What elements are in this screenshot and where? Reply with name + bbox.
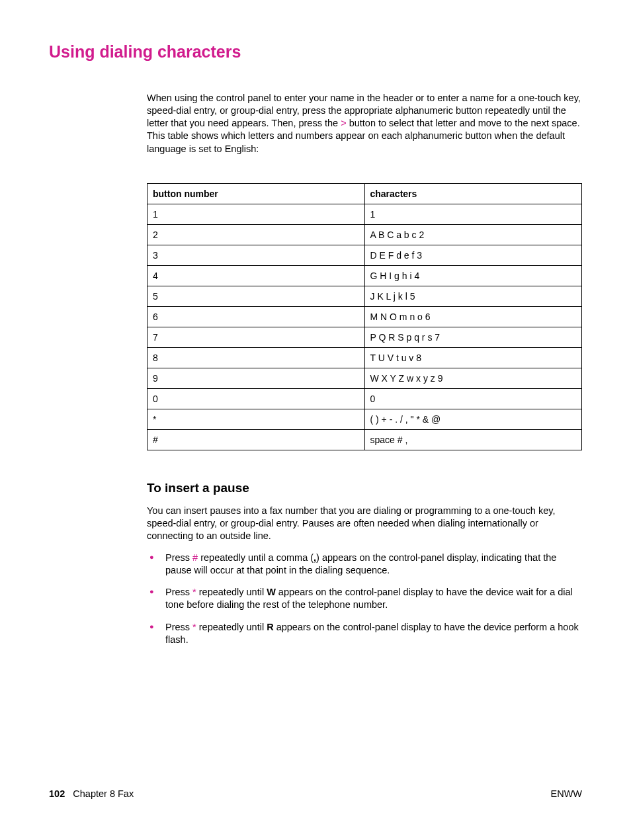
cell-characters: P Q R S p q r s 7 bbox=[364, 327, 582, 347]
cell-characters: 0 bbox=[364, 388, 582, 409]
table-row: *( ) + - . / , " * & @ bbox=[147, 409, 582, 429]
cell-characters: A B C a b c 2 bbox=[364, 224, 582, 245]
bullet-text-pre: Press bbox=[165, 587, 192, 597]
subsection-title: To insert a pause bbox=[147, 481, 582, 495]
cell-characters: ( ) + - . / , " * & @ bbox=[364, 409, 582, 429]
bullet-text-pre: Press bbox=[165, 552, 192, 563]
page-title: Using dialing characters bbox=[49, 42, 582, 62]
table-row: 8T U V t u v 8 bbox=[147, 347, 582, 368]
table-row: #space # , bbox=[147, 429, 582, 450]
table-row: 5J K L j k l 5 bbox=[147, 286, 582, 306]
table-row: 4G H I g h i 4 bbox=[147, 265, 582, 286]
cell-button-number: 4 bbox=[147, 265, 365, 286]
cell-button-number: 2 bbox=[147, 224, 365, 245]
cell-button-number: 3 bbox=[147, 245, 365, 265]
chapter-label: Chapter 8 Fax bbox=[73, 788, 134, 799]
table-row: 6M N O m n o 6 bbox=[147, 306, 582, 327]
cell-characters: G H I g h i 4 bbox=[364, 265, 582, 286]
table-row: 7P Q R S p q r s 7 bbox=[147, 327, 582, 347]
cell-button-number: 5 bbox=[147, 286, 365, 306]
cell-characters: W X Y Z w x y z 9 bbox=[364, 368, 582, 388]
bullet-text-pre: Press bbox=[165, 622, 192, 632]
bullet-bold: W bbox=[267, 587, 276, 597]
table-row: 9W X Y Z w x y z 9 bbox=[147, 368, 582, 388]
bullet-text-mid1: repeatedly until bbox=[196, 587, 267, 597]
cell-button-number: 6 bbox=[147, 306, 365, 327]
cell-button-number: * bbox=[147, 409, 365, 429]
table-header-row: button number characters bbox=[147, 183, 582, 204]
bullet-list: Press # repeatedly until a comma (,) app… bbox=[147, 552, 582, 646]
cell-characters: T U V t u v 8 bbox=[364, 347, 582, 368]
bullet-text-mid1: repeatedly until bbox=[196, 622, 267, 632]
table-row: 3D E F d e f 3 bbox=[147, 245, 582, 265]
cell-characters: 1 bbox=[364, 204, 582, 224]
footer-right: ENWW bbox=[550, 788, 582, 799]
cell-button-number: 8 bbox=[147, 347, 365, 368]
bullet-text-mid1: repeatedly until a comma ( bbox=[198, 552, 314, 563]
page-number: 102 bbox=[49, 788, 65, 799]
cell-button-number: 9 bbox=[147, 368, 365, 388]
cell-characters: space # , bbox=[364, 429, 582, 450]
col-header-characters: characters bbox=[364, 183, 582, 204]
list-item: Press * repeatedly until R appears on th… bbox=[147, 621, 582, 646]
bullet-bold: R bbox=[267, 622, 273, 632]
page: Using dialing characters When using the … bbox=[0, 0, 631, 840]
cell-button-number: 0 bbox=[147, 388, 365, 409]
table-row: 2A B C a b c 2 bbox=[147, 224, 582, 245]
col-header-button-number: button number bbox=[147, 183, 365, 204]
bullet-symbol: # bbox=[192, 552, 198, 563]
cell-characters: M N O m n o 6 bbox=[364, 306, 582, 327]
characters-table: button number characters 112A B C a b c … bbox=[147, 183, 582, 450]
intro-paragraph: When using the control panel to enter yo… bbox=[147, 92, 582, 155]
cell-button-number: # bbox=[147, 429, 365, 450]
list-item: Press * repeatedly until W appears on th… bbox=[147, 586, 582, 611]
cell-button-number: 1 bbox=[147, 204, 365, 224]
table-row: 11 bbox=[147, 204, 582, 224]
cell-characters: J K L j k l 5 bbox=[364, 286, 582, 306]
table-row: 00 bbox=[147, 388, 582, 409]
subsection-paragraph: You can insert pauses into a fax number … bbox=[147, 505, 582, 542]
cell-characters: D E F d e f 3 bbox=[364, 245, 582, 265]
body-column: When using the control panel to enter yo… bbox=[147, 92, 582, 646]
right-arrow-button-symbol: > bbox=[341, 118, 346, 128]
page-footer: 102 Chapter 8 Fax ENWW bbox=[49, 788, 582, 799]
cell-button-number: 7 bbox=[147, 327, 365, 347]
list-item: Press # repeatedly until a comma (,) app… bbox=[147, 552, 582, 577]
